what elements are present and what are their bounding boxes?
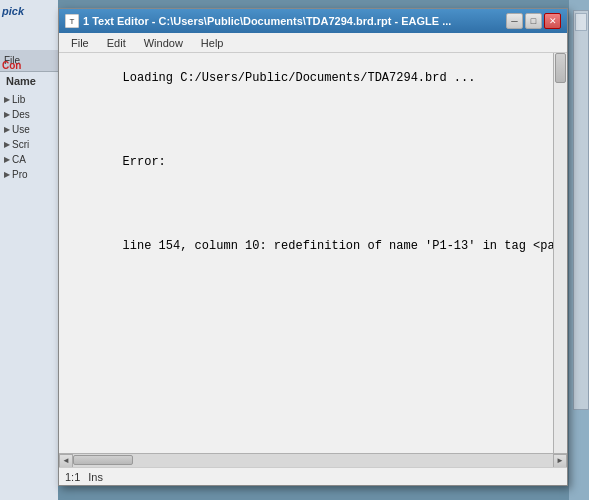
- menu-file[interactable]: File: [63, 35, 97, 51]
- tree-item-lib[interactable]: ▶ Lib: [0, 92, 58, 107]
- tree-item-des[interactable]: ▶ Des: [0, 107, 58, 122]
- close-button[interactable]: ✕: [544, 13, 561, 29]
- horizontal-scrollbar[interactable]: ◄ ►: [59, 453, 567, 467]
- menu-help[interactable]: Help: [193, 35, 232, 51]
- scroll-left-button[interactable]: ◄: [59, 454, 73, 468]
- horizontal-scroll-track[interactable]: [73, 454, 553, 468]
- tree-item-ca[interactable]: ▶ CA: [0, 152, 58, 167]
- tree-item-use[interactable]: ▶ Use: [0, 122, 58, 137]
- minimize-button[interactable]: ─: [506, 13, 523, 29]
- window-icon: T: [65, 14, 79, 28]
- bg-name-label: Name: [0, 72, 58, 90]
- tree-item-scri[interactable]: ▶ Scri: [0, 137, 58, 152]
- content-area[interactable]: Loading C:/Users/Public/Documents/TDA729…: [59, 53, 567, 467]
- bg-tree: ▶ Lib ▶ Des ▶ Use ▶ Scri ▶ CA ▶ Pro: [0, 90, 58, 184]
- window-controls: ─ □ ✕: [506, 13, 561, 29]
- insert-mode: Ins: [88, 471, 103, 483]
- scroll-right-button[interactable]: ►: [553, 454, 567, 468]
- bg-app-name: pick: [2, 5, 24, 17]
- title-bar: T 1 Text Editor - C:\Users\Public\Docume…: [59, 9, 567, 33]
- bg-control-label: Con: [2, 60, 21, 71]
- tree-item-pro[interactable]: ▶ Pro: [0, 167, 58, 182]
- menu-bar: File Edit Window Help: [59, 33, 567, 53]
- maximize-button[interactable]: □: [525, 13, 542, 29]
- menu-window[interactable]: Window: [136, 35, 191, 51]
- text-editor-window: T 1 Text Editor - C:\Users\Public\Docume…: [58, 8, 568, 486]
- menu-edit[interactable]: Edit: [99, 35, 134, 51]
- window-title: 1 Text Editor - C:\Users\Public\Document…: [83, 15, 502, 27]
- status-bar: 1:1 Ins: [59, 467, 567, 485]
- vertical-scrollbar[interactable]: [553, 53, 567, 453]
- vertical-scrollbar-thumb[interactable]: [555, 53, 566, 83]
- cursor-position: 1:1: [65, 471, 80, 483]
- horizontal-scrollbar-thumb[interactable]: [73, 455, 133, 465]
- text-output: Loading C:/Users/Public/Documents/TDA729…: [59, 53, 567, 453]
